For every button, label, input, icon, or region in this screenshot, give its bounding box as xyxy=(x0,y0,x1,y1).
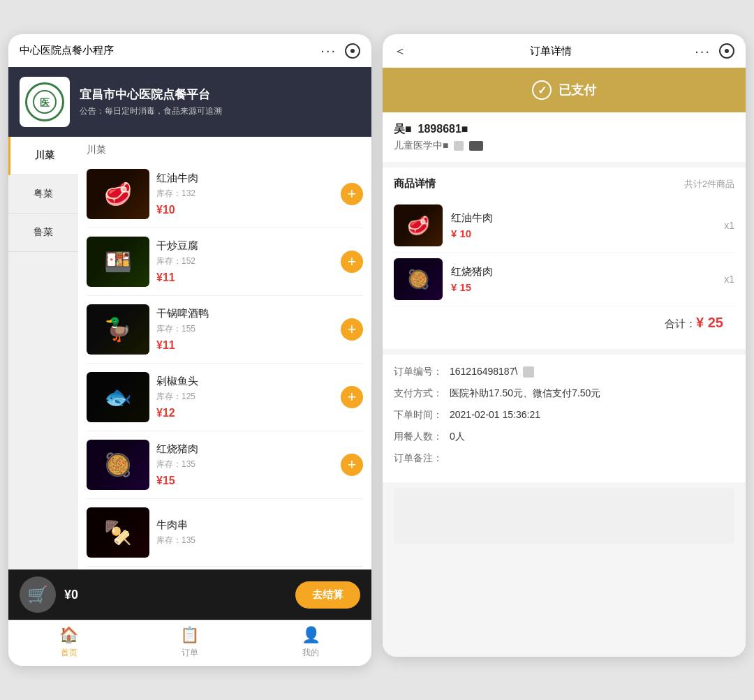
add-btn-hongniu[interactable]: + xyxy=(341,183,363,205)
current-category-label: 川菜 xyxy=(87,137,363,161)
meta-order-no-label: 订单编号： xyxy=(394,364,450,379)
right-top-bar: ＜ 订单详情 ··· xyxy=(383,34,746,68)
order-dish-price-zhurou: ¥ 15 xyxy=(451,281,493,293)
screens-wrapper: 中心医院点餐小程序 ··· 医 宜昌市中心医院点餐平台 公告：每日定时消毒，食品… xyxy=(8,34,746,666)
copy-icon[interactable] xyxy=(523,366,534,378)
dish-info-zhurou: 红烧猪肉 库存：135 ¥15 xyxy=(156,442,334,487)
order-total-amount: ¥ 25 xyxy=(696,315,723,330)
dish-name-ya: 干锅啤酒鸭 xyxy=(156,307,334,320)
left-dots-icon[interactable]: ··· xyxy=(320,43,337,59)
dish-name-yutou: 剁椒鱼头 xyxy=(156,375,334,388)
dish-item-dofu: 🍱 干炒豆腐 库存：152 ¥11 + xyxy=(87,228,363,296)
profile-icon: 👤 xyxy=(302,626,320,644)
order-total: 合计：¥ 25 xyxy=(394,306,734,339)
cart-total: ¥0 xyxy=(64,588,287,602)
paid-label: 已支付 xyxy=(559,82,596,98)
order-dish-img-zhurou: 🥘 xyxy=(394,258,443,300)
header-banner: 医 宜昌市中心医院点餐平台 公告：每日定时消毒，食品来源可追溯 xyxy=(8,67,371,137)
cart-icon[interactable]: 🛒 xyxy=(20,576,56,613)
header-text: 宜昌市中心医院点餐平台 公告：每日定时消毒，食品来源可追溯 xyxy=(80,87,222,117)
order-no-copy: 161216498187\ xyxy=(450,364,534,379)
meta-pay-method: 支付方式： 医院补助17.50元、微信支付7.50元 xyxy=(394,386,734,401)
dish-info-dofu: 干炒豆腐 库存：152 ¥11 xyxy=(156,239,334,284)
sidebar-item-yuecai[interactable]: 粤菜 xyxy=(8,175,78,214)
order-dish-info-hongniu: 红油牛肉 ¥ 10 xyxy=(451,211,493,239)
paid-banner: ✓ 已支付 xyxy=(383,68,746,112)
dish-stock-ya: 库存：155 xyxy=(156,323,334,335)
back-button[interactable]: ＜ xyxy=(394,43,406,59)
dish-price-hongniu: ¥10 xyxy=(156,204,334,216)
order-content: 吴■ 1898681■ 儿童医学中■ 商品详情 共计2件商品 🥩 xyxy=(383,112,746,657)
meta-pay-method-label: 支付方式： xyxy=(394,386,450,401)
nav-orders[interactable]: 📋 订单 xyxy=(129,620,250,666)
notice-text: 公告：每日定时消毒，食品来源可追溯 xyxy=(80,105,222,117)
order-dish-price-hongniu: ¥ 10 xyxy=(451,228,493,239)
goods-count: 共计2件商品 xyxy=(684,178,734,191)
dept-block1 xyxy=(454,141,464,151)
dish-stock-dofu: 库存：152 xyxy=(156,255,334,267)
dish-info-niurou: 牛肉串 库存：135 xyxy=(156,519,363,546)
hospital-logo: 医 xyxy=(20,77,70,127)
nav-profile-label: 我的 xyxy=(302,647,319,659)
order-dish-qty-hongniu: x1 xyxy=(724,220,734,231)
dish-list: 川菜 🥩 红油牛肉 库存：132 ¥10 + 🍱 xyxy=(78,137,371,569)
add-btn-zhurou[interactable]: + xyxy=(341,454,363,476)
left-top-icons: ··· xyxy=(320,43,360,59)
meta-time-label: 下单时间： xyxy=(394,408,450,422)
goods-section: 商品详情 共计2件商品 🥩 红油牛肉 ¥ 10 x1 xyxy=(383,167,746,349)
meta-diners: 用餐人数： 0人 xyxy=(394,429,734,444)
category-sidebar: 川菜 粤菜 鲁菜 xyxy=(8,137,78,569)
sidebar-item-chuancai[interactable]: 川菜 xyxy=(8,137,78,175)
order-remark-area xyxy=(394,488,734,544)
dish-stock-zhurou: 库存：135 xyxy=(156,459,334,470)
checkout-button[interactable]: 去结算 xyxy=(295,581,360,609)
dish-price-zhurou: ¥15 xyxy=(156,475,334,487)
nav-orders-label: 订单 xyxy=(182,647,198,659)
meta-remark: 订单备注： xyxy=(394,451,734,466)
dish-item-zhurou: 🥘 红烧猪肉 库存：135 ¥15 + xyxy=(87,431,363,499)
sidebar-item-lucai[interactable]: 鲁菜 xyxy=(8,214,78,252)
dish-img-dofu: 🍱 xyxy=(87,237,149,287)
goods-title: 商品详情 xyxy=(394,177,436,191)
dish-stock-yutou: 库存：125 xyxy=(156,391,334,403)
dish-img-ya: 🦆 xyxy=(87,304,149,355)
user-dept: 儿童医学中■ xyxy=(394,140,734,152)
dish-price-ya: ¥11 xyxy=(156,339,334,352)
nav-home[interactable]: 🏠 首页 xyxy=(8,620,129,666)
order-dish-hongniu: 🥩 红油牛肉 ¥ 10 x1 xyxy=(394,199,734,253)
menu-layout: 川菜 粤菜 鲁菜 川菜 🥩 红油牛肉 库存：132 ¥10 + xyxy=(8,137,371,569)
bottom-nav: 🏠 首页 📋 订单 👤 我的 xyxy=(8,620,371,666)
dish-img-zhurou: 🥘 xyxy=(87,440,149,490)
nav-profile[interactable]: 👤 我的 xyxy=(251,620,371,666)
dish-item-niurou: 🍢 牛肉串 库存：135 xyxy=(87,499,363,567)
right-top-icons: ··· xyxy=(695,43,734,59)
left-target-icon[interactable] xyxy=(345,43,360,59)
right-dots-icon[interactable]: ··· xyxy=(695,43,711,59)
nav-home-label: 首页 xyxy=(61,647,77,659)
order-meta: 订单编号： 161216498187\ 支付方式： 医院补助17.50元、微信支… xyxy=(383,355,746,482)
goods-header: 商品详情 共计2件商品 xyxy=(394,177,734,191)
order-dish-zhurou: 🥘 红烧猪肉 ¥ 15 x1 xyxy=(394,253,734,306)
dish-stock-niurou: 库存：135 xyxy=(156,535,363,546)
add-btn-dofu[interactable]: + xyxy=(341,251,363,273)
dish-info-yutou: 剁椒鱼头 库存：125 ¥12 xyxy=(156,375,334,419)
add-btn-ya[interactable]: + xyxy=(341,318,363,341)
dish-info-ya: 干锅啤酒鸭 库存：155 ¥11 xyxy=(156,307,334,352)
dish-item-hongniu: 🥩 红油牛肉 库存：132 ¥10 + xyxy=(87,161,363,228)
left-app-title: 中心医院点餐小程序 xyxy=(20,44,114,57)
orders-icon: 📋 xyxy=(180,626,199,644)
order-dish-name-hongniu: 红油牛肉 xyxy=(451,211,493,225)
dish-img-niurou: 🍢 xyxy=(87,507,149,558)
add-btn-yutou[interactable]: + xyxy=(341,386,363,408)
right-phone: ＜ 订单详情 ··· ✓ 已支付 吴■ 1898681■ 儿童医学中■ xyxy=(383,34,746,657)
order-dish-name-zhurou: 红烧猪肉 xyxy=(451,265,493,278)
right-target-icon[interactable] xyxy=(719,43,734,59)
meta-order-no: 订单编号： 161216498187\ xyxy=(394,364,734,379)
dish-item-ya: 🦆 干锅啤酒鸭 库存：155 ¥11 + xyxy=(87,296,363,364)
home-icon: 🏠 xyxy=(59,626,78,644)
dept-block2 xyxy=(469,141,483,151)
right-page-title: 订单详情 xyxy=(530,45,572,58)
dish-img-hongniu: 🥩 xyxy=(87,169,149,219)
app-name: 宜昌市中心医院点餐平台 xyxy=(80,87,222,103)
cart-bar: 🛒 ¥0 去结算 xyxy=(8,569,371,620)
